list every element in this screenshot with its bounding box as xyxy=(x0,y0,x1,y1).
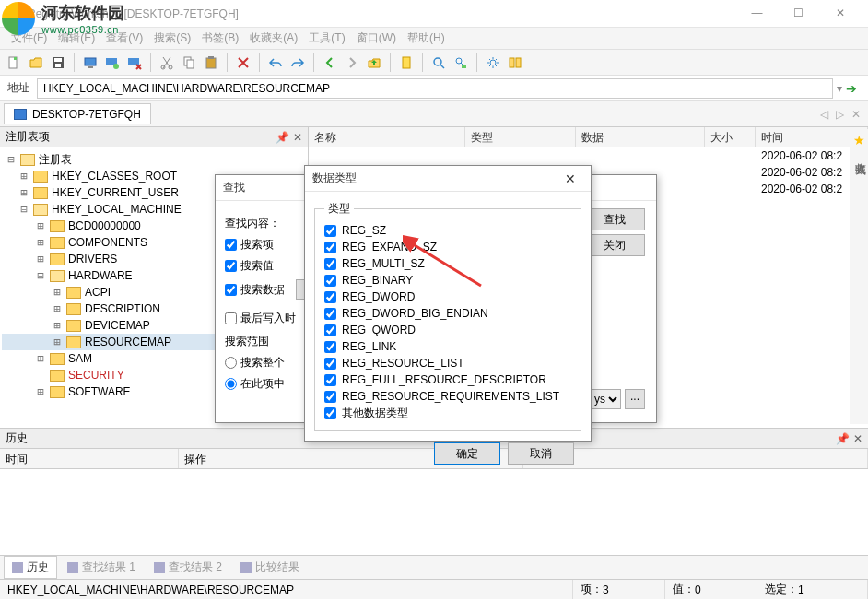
chk-reg-multi-sz[interactable]: REG_MULTI_SZ xyxy=(324,255,571,272)
chk-reg-dword-be[interactable]: REG_DWORD_BIG_ENDIAN xyxy=(324,305,571,322)
address-go-icon[interactable]: ➔ xyxy=(846,81,864,96)
delete-icon[interactable] xyxy=(233,53,253,73)
chk-other[interactable]: 其他数据类型 xyxy=(324,405,571,421)
disconnect-icon[interactable] xyxy=(124,53,145,73)
paste-icon[interactable] xyxy=(201,53,221,73)
new-file-icon[interactable] xyxy=(4,53,24,73)
opt-search-value[interactable]: 搜索值 xyxy=(225,258,274,274)
more-button[interactable]: ... xyxy=(625,389,645,409)
btab-result1[interactable]: 查找结果 1 xyxy=(59,556,144,579)
chk-reg-full-resource[interactable]: REG_FULL_RESOURCE_DESCRIPTOR xyxy=(324,371,571,388)
favorites-strip[interactable]: ★ 收藏夹 xyxy=(850,129,868,424)
menu-favorites[interactable]: 收藏夹(A) xyxy=(244,28,303,49)
tab-close[interactable]: ✕ xyxy=(848,108,864,121)
col-data[interactable]: 数据 xyxy=(576,127,705,147)
btab-history[interactable]: 历史 xyxy=(4,556,57,579)
local-icon[interactable] xyxy=(80,53,100,73)
history-list[interactable] xyxy=(0,469,868,555)
folder-icon xyxy=(50,253,65,265)
status-values: 值：0 xyxy=(665,580,757,599)
svg-rect-22 xyxy=(516,58,521,67)
col-type[interactable]: 类型 xyxy=(465,127,576,147)
folder-icon xyxy=(66,287,81,299)
find-replace-icon[interactable] xyxy=(451,53,471,73)
status-selected: 选定：1 xyxy=(757,580,868,599)
hist-col-time[interactable]: 时间 xyxy=(0,449,179,468)
status-bar: HKEY_LOCAL_MACHINE\HARDWARE\RESOURCEMAP … xyxy=(0,579,868,599)
status-path: HKEY_LOCAL_MACHINE\HARDWARE\RESOURCEMAP xyxy=(0,580,573,599)
undo-icon[interactable] xyxy=(265,53,286,73)
list-item[interactable]: 2020-06-02 08:2 xyxy=(309,147,868,164)
close-button[interactable]: ✕ xyxy=(819,0,861,27)
col-name[interactable]: 名称 xyxy=(309,127,465,147)
tab-next[interactable]: ▷ xyxy=(832,108,848,121)
address-bar: 地址 ▾ ➔ xyxy=(0,76,868,101)
address-input[interactable] xyxy=(37,78,833,99)
opt-search-data[interactable]: 搜索数据 xyxy=(225,282,285,298)
tree-root[interactable]: ⊟注册表 xyxy=(2,151,306,168)
svg-rect-4 xyxy=(55,64,61,67)
cancel-button[interactable]: 取消 xyxy=(508,442,574,465)
chk-reg-sz[interactable]: REG_SZ xyxy=(324,222,571,239)
cut-icon[interactable] xyxy=(157,53,177,73)
menu-view[interactable]: 查看(V) xyxy=(100,28,148,49)
menu-file[interactable]: 文件(F) xyxy=(6,28,53,49)
copy-icon[interactable] xyxy=(179,53,199,73)
history-icon xyxy=(12,562,23,573)
panel-close-icon[interactable]: ✕ xyxy=(293,131,302,144)
ok-button[interactable]: 确定 xyxy=(434,442,500,465)
svg-rect-3 xyxy=(54,58,62,62)
bookmark-icon[interactable] xyxy=(396,53,416,73)
svg-rect-6 xyxy=(88,66,93,68)
unit-select[interactable]: ys xyxy=(590,389,621,409)
status-items: 项：3 xyxy=(573,580,665,599)
close-search-button[interactable]: 关闭 xyxy=(584,234,645,256)
menu-window[interactable]: 窗口(W) xyxy=(351,28,402,49)
type-group-label: 类型 xyxy=(324,201,354,217)
redo-icon[interactable] xyxy=(287,53,308,73)
opt-last-write[interactable]: 最后写入时 xyxy=(225,311,296,326)
find-button[interactable]: 查找 xyxy=(584,208,645,230)
type-dialog-close-icon[interactable]: ✕ xyxy=(557,171,583,186)
menu-search[interactable]: 搜索(S) xyxy=(148,28,196,49)
svg-rect-5 xyxy=(85,58,96,65)
menu-tools[interactable]: 工具(T) xyxy=(303,28,350,49)
menu-edit[interactable]: 编辑(E) xyxy=(53,28,100,49)
btab-result2[interactable]: 查找结果 2 xyxy=(146,556,230,579)
chk-reg-dword[interactable]: REG_DWORD xyxy=(324,289,571,305)
tab-computer[interactable]: DESKTOP-7ETGFQH xyxy=(4,103,151,124)
panel-close-icon[interactable]: ✕ xyxy=(853,432,862,445)
menu-bookmark[interactable]: 书签(B) xyxy=(196,28,244,49)
col-size[interactable]: 大小 xyxy=(705,127,756,147)
folder-icon xyxy=(33,204,48,216)
chk-reg-resource-req[interactable]: REG_RESOURCE_REQUIREMENTS_LIST xyxy=(324,388,571,405)
remote-icon[interactable] xyxy=(102,53,123,73)
settings-icon[interactable] xyxy=(483,53,503,73)
compare-icon[interactable] xyxy=(505,53,525,73)
forward-icon[interactable] xyxy=(342,53,362,73)
scope-whole[interactable]: 搜索整个 xyxy=(225,355,285,371)
pin-icon[interactable]: 📌 xyxy=(276,131,289,144)
menu-help[interactable]: 帮助(H) xyxy=(402,28,451,49)
search-content-label: 查找内容： xyxy=(225,216,280,231)
chk-reg-binary[interactable]: REG_BINARY xyxy=(324,272,571,289)
chk-reg-qword[interactable]: REG_QWORD xyxy=(324,322,571,338)
save-icon[interactable] xyxy=(48,53,68,73)
chk-reg-resource-list[interactable]: REG_RESOURCE_LIST xyxy=(324,355,571,371)
up-icon[interactable] xyxy=(364,53,384,73)
minimize-button[interactable]: — xyxy=(736,0,778,27)
open-icon[interactable] xyxy=(26,53,46,73)
chk-reg-link[interactable]: REG_LINK xyxy=(324,338,571,355)
pin-icon[interactable]: 📌 xyxy=(836,432,850,445)
window-titlebar: Registry Workshop [DESKTOP-7ETGFQH] — ☐ … xyxy=(0,0,868,28)
opt-search-key[interactable]: 搜索项 xyxy=(225,237,274,253)
svg-point-11 xyxy=(169,65,172,69)
back-icon[interactable] xyxy=(320,53,340,73)
find-icon[interactable] xyxy=(428,53,449,73)
btab-compare[interactable]: 比较结果 xyxy=(232,556,308,579)
scope-here[interactable]: 在此项中 xyxy=(225,376,285,392)
maximize-button[interactable]: ☐ xyxy=(778,0,819,27)
svg-point-17 xyxy=(434,58,441,65)
chk-reg-expand-sz[interactable]: REG_EXPAND_SZ xyxy=(324,239,571,255)
tab-prev[interactable]: ◁ xyxy=(816,108,832,121)
